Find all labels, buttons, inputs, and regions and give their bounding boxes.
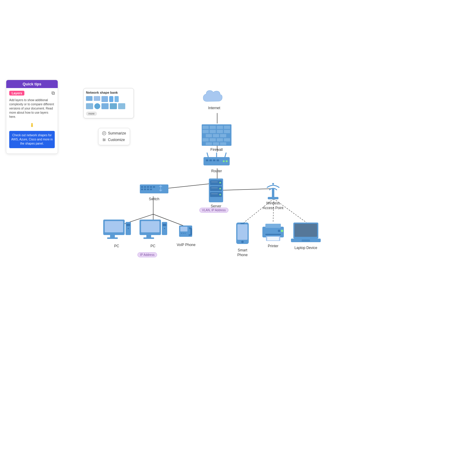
svg-point-90 [241, 241, 244, 243]
svg-rect-65 [211, 193, 218, 194]
svg-rect-21 [202, 130, 209, 133]
svg-point-87 [164, 228, 165, 229]
svg-rect-47 [144, 186, 146, 188]
shape-icon-9[interactable] [110, 103, 117, 109]
summarize-icon [102, 131, 106, 135]
svg-rect-76 [110, 235, 115, 237]
svg-rect-27 [220, 134, 226, 137]
server-icon [208, 178, 224, 202]
smartphone-label: SmartPhone [235, 248, 250, 257]
svg-line-38 [225, 153, 226, 157]
shape-icon-4[interactable] [109, 96, 113, 102]
firewall-icon [202, 124, 231, 146]
svg-rect-29 [209, 138, 216, 142]
svg-point-80 [128, 228, 129, 229]
svg-rect-77 [107, 237, 118, 239]
router-label: Router [202, 169, 231, 173]
layers-description: Add layers to show additional complexity… [6, 97, 58, 121]
svg-rect-100 [295, 224, 317, 237]
shape-icon-5[interactable] [115, 96, 119, 102]
svg-rect-95 [267, 237, 279, 240]
svg-rect-75 [105, 221, 123, 232]
svg-rect-42 [217, 159, 219, 161]
svg-rect-34 [220, 142, 226, 145]
laptop-label: Laptop Device [291, 246, 321, 250]
svg-point-73 [185, 233, 186, 234]
shape-icon-10[interactable] [118, 103, 125, 109]
voip-phone-label: VoIP Phone [177, 243, 195, 247]
server-node: Server [208, 178, 224, 208]
shape-icon-7[interactable] [94, 103, 100, 109]
customize-label: Customize [108, 138, 125, 142]
router-icon [202, 152, 231, 167]
switch-label: Switch [139, 197, 169, 201]
pc1-label: PC [102, 244, 131, 248]
pc2-icon [138, 220, 168, 242]
svg-rect-39 [206, 159, 208, 161]
svg-point-2 [104, 140, 105, 140]
internet-label: Internet [201, 106, 228, 110]
svg-point-71 [181, 233, 182, 234]
more-shapes-button[interactable]: more [86, 112, 97, 116]
wireless-ap-node: WirelessAccess Point [261, 180, 285, 210]
svg-rect-40 [209, 159, 212, 161]
svg-point-61 [220, 188, 221, 190]
svg-rect-84 [143, 237, 154, 239]
summarize-button[interactable]: Summarize [102, 131, 126, 136]
svg-rect-23 [217, 130, 223, 133]
network-shapes-promo: Check out network shapes for AWS, Azure,… [9, 131, 55, 148]
svg-point-96 [278, 230, 280, 232]
customize-icon [102, 138, 106, 142]
svg-line-36 [207, 153, 208, 157]
firewall-label: Firewall [202, 148, 231, 152]
voip-phone-icon [177, 223, 195, 241]
firewall-node: Firewall [202, 124, 231, 152]
svg-rect-50 [153, 186, 155, 188]
svg-point-43 [223, 160, 225, 162]
voip-phone-node: VoIP Phone [177, 223, 195, 247]
pc2-label: PC [138, 244, 168, 248]
vlan-badge: VLAN, IP Address [199, 208, 228, 213]
layers-badge[interactable]: Layers [9, 91, 24, 95]
shape-icon-6[interactable] [86, 103, 93, 109]
shape-row-1 [86, 96, 131, 102]
router-node: Router [202, 152, 231, 173]
shape-icon-2[interactable] [94, 96, 100, 101]
svg-point-62 [220, 194, 221, 195]
svg-rect-92 [262, 227, 284, 237]
svg-rect-32 [206, 142, 212, 145]
svg-rect-48 [147, 186, 149, 188]
pc2-node: PC [138, 220, 168, 248]
svg-rect-86 [163, 224, 166, 226]
shape-icon-3[interactable] [101, 96, 108, 102]
shape-icon-8[interactable] [101, 103, 109, 109]
svg-rect-26 [213, 134, 219, 137]
smartphone-icon [235, 223, 250, 246]
svg-point-97 [281, 230, 283, 232]
printer-label: Printer [261, 244, 285, 248]
shape-icon-1[interactable] [86, 96, 93, 101]
smartphone-node: SmartPhone [235, 223, 250, 257]
wireless-ap-icon [261, 180, 285, 200]
svg-rect-53 [147, 189, 149, 190]
svg-rect-41 [213, 159, 215, 161]
internet-cloud-icon [201, 88, 228, 106]
shape-bank-title: Network shape bank [86, 91, 131, 94]
svg-rect-83 [146, 235, 151, 237]
internet-node: Internet [201, 88, 228, 110]
shape-row-2 [86, 103, 131, 109]
layers-icon: ⧉ [51, 90, 55, 96]
laptop-node: Laptop Device [291, 223, 321, 250]
printer-node: Printer [261, 223, 285, 248]
action-panel: Summarize Customize [98, 128, 130, 145]
laptop-icon [291, 223, 321, 244]
svg-point-1 [103, 139, 104, 140]
svg-rect-82 [141, 221, 159, 232]
svg-rect-20 [224, 126, 230, 129]
svg-rect-91 [240, 223, 245, 224]
printer-icon [261, 223, 285, 242]
svg-rect-25 [206, 134, 212, 137]
customize-button[interactable]: Customize [102, 137, 125, 143]
switch-node: Switch [139, 184, 169, 201]
svg-point-60 [220, 182, 221, 184]
